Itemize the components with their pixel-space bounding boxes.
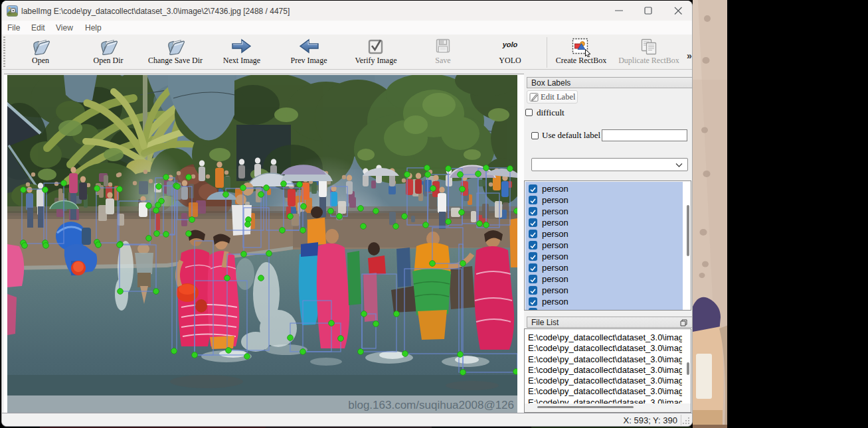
svg-text:blog.163.com/suqihua2008@126: blog.163.com/suqihua2008@126 — [348, 399, 514, 411]
